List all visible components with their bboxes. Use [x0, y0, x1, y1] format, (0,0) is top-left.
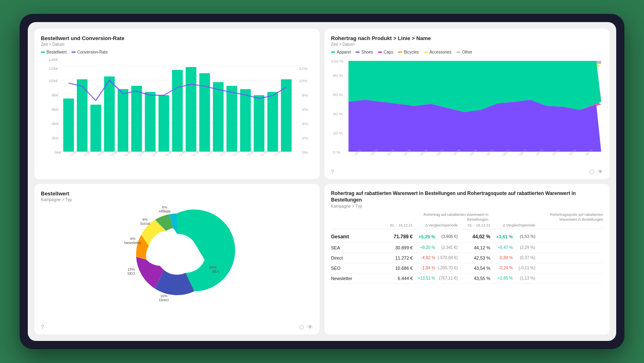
- area-chart-icon-bar: ⬡ 👁: [589, 168, 603, 175]
- donut-chart-info-icon[interactable]: ?: [41, 324, 44, 330]
- legend-label-caps: Caps: [384, 50, 393, 54]
- svg-text:0%: 0%: [302, 150, 309, 155]
- legend-dot-conversion: [72, 52, 76, 53]
- table-cell-d2-newsletter: +2,65 %: [490, 276, 513, 280]
- donut-chart-panel: Bestellwert Kampagne > Typ: [34, 184, 320, 334]
- svg-text:Social: Social: [140, 222, 150, 226]
- donut-chart-export-icon[interactable]: ⬡: [299, 324, 304, 330]
- svg-text:SEA: SEA: [212, 269, 219, 273]
- svg-rect-34: [226, 86, 237, 152]
- table-subheader-4: Δ Vergleichsperiode: [490, 223, 535, 227]
- legend-apparel: Apparel: [331, 50, 351, 54]
- table-cell-d1-direct: -4,82 %: [413, 255, 435, 260]
- donut-chart-area: 43% SEA 16% Direct 15% SEO 9% Newsletter…: [41, 205, 313, 303]
- legend-bestellwert: Bestellwert: [41, 50, 67, 54]
- svg-point-88: [157, 234, 197, 275]
- table-row-sea: SEA 30.899 € +8,20 % (2.341 €) 44,12 % +…: [331, 243, 603, 253]
- table-cell-d1b-newsletter: (767,11 €): [435, 276, 458, 280]
- area-chart-info-icon[interactable]: ?: [331, 168, 334, 175]
- area-chart-title: Rohertrag nach Produkt > Linie > Name: [331, 35, 603, 41]
- svg-rect-38: [281, 79, 292, 152]
- area-chart-view-icon[interactable]: 👁: [597, 168, 603, 175]
- svg-rect-33: [213, 82, 224, 152]
- table-cell-d2-gesamt: +3,61 %: [490, 234, 513, 239]
- table-panel: Rohertrag auf rabattierten Warenwert in …: [324, 184, 610, 334]
- legend-shoes: Shoes: [356, 50, 373, 54]
- table-cell-d2b-gesamt: (1,53 %): [513, 234, 535, 239]
- svg-text:4k€: 4k€: [51, 122, 59, 126]
- svg-text:20 %: 20 %: [333, 131, 343, 135]
- legend-dot-other: [456, 52, 461, 53]
- table-cell-label-direct: Direct: [331, 255, 380, 260]
- bar-chart-panel: Bestellwert und Conversion-Rate Zeit > D…: [34, 29, 320, 179]
- table-cell-v2-direct: 42,53 %: [458, 255, 490, 260]
- table-title: Rohertrag auf rabattierten Warenwert in …: [331, 190, 603, 203]
- table-cell-d1b-sea: (2.341 €): [435, 245, 458, 250]
- area-chart-subtitle: Zeit > Datum: [331, 42, 603, 47]
- donut-svg: 43% SEA 16% Direct 15% SEO 9% Newsletter…: [116, 201, 238, 307]
- table-cell-v2-seo: 43,54 %: [458, 266, 490, 271]
- table-row-newsletter: Newsletter 6.444 € +13,51 % (767,11 €) 4…: [331, 273, 603, 284]
- device-frame: Bestellwert und Conversion-Rate Zeit > D…: [20, 14, 624, 349]
- table-col-header-0: [331, 213, 380, 222]
- table-col-headers: Rohertrag auf rabattierten Warenwert inB…: [331, 213, 603, 222]
- bar-chart-area: 0k€ 2k€ 4k€ 6k€ 8k€ 10k€ 12k€ 14k€ 0% 2%…: [41, 58, 313, 156]
- svg-text:10%: 10%: [299, 79, 308, 83]
- table-subheader-1: 01. - 16.12.21: [380, 223, 413, 227]
- bar-chart-subtitle: Zeit > Datum: [41, 42, 313, 47]
- svg-text:15%: 15%: [127, 267, 135, 271]
- legend-caps: Caps: [378, 50, 393, 54]
- table-subheader-3: 01. - 16.12.21: [458, 223, 490, 227]
- area-chart-panel: Rohertrag nach Produkt > Linie > Name Ze…: [324, 29, 610, 179]
- legend-label-bestellwert: Bestellwert: [47, 50, 67, 54]
- table-cell-d1-gesamt: +5,29 %: [413, 234, 435, 239]
- legend-dot-caps: [378, 52, 382, 53]
- svg-rect-25: [104, 76, 115, 152]
- legend-conversion: Conversion-Rate: [72, 50, 108, 54]
- area-chart-area: 0 % 20 % 40 % 60 % 80 % 100 %: [331, 58, 603, 156]
- table-cell-d1b-seo: (-200,70 €): [435, 266, 458, 270]
- area-chart-export-icon[interactable]: ⬡: [589, 168, 594, 175]
- svg-text:12%: 12%: [299, 67, 308, 71]
- svg-rect-22: [63, 99, 74, 152]
- area-chart-svg: 0 % 20 % 40 % 60 % 80 % 100 %: [331, 58, 603, 156]
- legend-label-other: Other: [462, 50, 472, 54]
- legend-dot-accessories: [424, 52, 428, 53]
- table-subheader-0: [331, 223, 380, 227]
- donut-chart-view-icon[interactable]: 👁: [307, 324, 313, 330]
- svg-rect-28: [145, 92, 156, 152]
- table-cell-d2-sea: +5,47 %: [490, 245, 513, 250]
- legend-accessories: Accessories: [424, 50, 452, 54]
- svg-rect-36: [254, 95, 264, 152]
- table-cell-d1-seo: -1,84 %: [413, 266, 435, 270]
- table-cell-d1-sea: +8,20 %: [413, 245, 435, 250]
- table-cell-label-seo: SEO: [331, 266, 380, 271]
- table-subtitle: Kampagne > Typ: [331, 204, 603, 208]
- bar-chart-title: Bestellwert und Conversion-Rate: [41, 35, 313, 41]
- legend-other: Other: [456, 50, 472, 54]
- table-cell-label-newsletter: Newsletter: [331, 276, 380, 281]
- table-cell-d2-seo: -0,24 %: [490, 266, 513, 270]
- svg-text:SEO: SEO: [127, 271, 135, 276]
- table-cell-v1-direct: 11.272 €: [380, 255, 413, 260]
- legend-dot-bestellwert: [41, 52, 45, 53]
- svg-text:12k€: 12k€: [49, 67, 58, 71]
- svg-text:6k€: 6k€: [51, 108, 59, 112]
- svg-rect-35: [240, 89, 251, 152]
- svg-text:2k€: 2k€: [51, 136, 59, 140]
- table-cell-v2-newsletter: 43,55 %: [458, 276, 490, 281]
- table-cell-d1b-gesamt: (3.606 €): [435, 234, 458, 239]
- svg-rect-24: [90, 105, 101, 152]
- table-cell-v1-sea: 30.899 €: [380, 245, 413, 250]
- bar-chart-legend: Bestellwert Conversion-Rate: [41, 50, 313, 54]
- legend-bicycles: Bicycles: [398, 50, 419, 54]
- svg-text:Direct: Direct: [159, 298, 169, 302]
- svg-text:8k€: 8k€: [51, 93, 59, 97]
- dashboard-screen: Bestellwert und Conversion-Rate Zeit > D…: [28, 22, 616, 341]
- svg-text:14k€: 14k€: [49, 58, 58, 62]
- table-cell-v1-newsletter: 6.444 €: [380, 276, 413, 281]
- table-cell-d1b-direct: (-570,84 €): [435, 255, 458, 260]
- table-cell-v2-sea: 44,12 %: [458, 245, 490, 250]
- svg-text:6%: 6%: [302, 108, 309, 112]
- table-row-seo: SEO 10.686 € -1,84 % (-200,70 €) 43,54 %…: [331, 263, 603, 273]
